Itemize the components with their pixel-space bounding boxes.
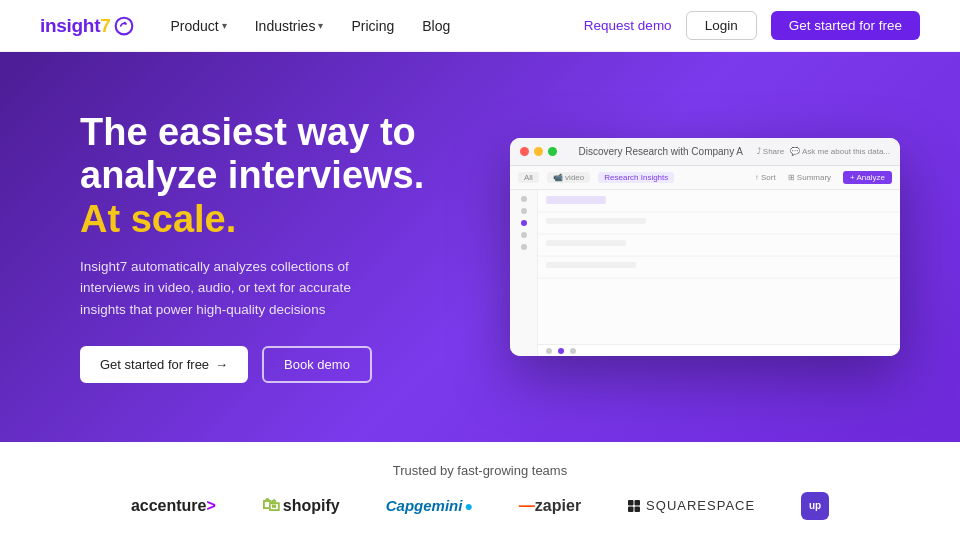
trusted-label: Trusted by fast-growing teams <box>393 463 567 478</box>
logo-uptoo: up <box>801 492 829 520</box>
filter-label: ↑ Sort <box>755 173 776 182</box>
ask-label: 💬 Ask me about this data... <box>790 147 890 156</box>
share-label: ⤴ Share <box>757 147 785 156</box>
chevron-down-icon: ▾ <box>318 20 323 31</box>
squarespace-icon <box>627 499 641 513</box>
hero-demo-button[interactable]: Book demo <box>262 346 372 383</box>
app-sidebar <box>510 190 538 356</box>
logo[interactable]: insight7 <box>40 15 134 37</box>
app-main-content <box>538 190 900 356</box>
app-mockup: Discovery Research with Company A ⤴ Shar… <box>510 138 900 356</box>
app-titlebar: Discovery Research with Company A ⤴ Shar… <box>510 138 900 166</box>
app-content-area <box>538 190 900 344</box>
app-body <box>510 190 900 356</box>
logo-capgemini: Capgemini ● <box>386 497 473 514</box>
toolbar-pill-all[interactable]: All <box>518 172 539 183</box>
sidebar-item[interactable] <box>521 208 527 214</box>
search-label: ⊞ Summary <box>788 173 831 182</box>
sidebar-item[interactable] <box>521 232 527 238</box>
svg-rect-12 <box>635 506 641 512</box>
trusted-logos: accenture> 🛍 shopify Capgemini ● — zapie… <box>131 492 829 520</box>
nav-industries[interactable]: Industries ▾ <box>255 18 324 34</box>
nav-pricing[interactable]: Pricing <box>351 18 394 34</box>
nav-cta-button[interactable]: Get started for free <box>771 11 920 40</box>
svg-rect-8 <box>546 262 636 268</box>
footer-indicator-active <box>558 348 564 354</box>
request-demo-link[interactable]: Request demo <box>584 18 672 33</box>
zapier-bar-icon: — <box>519 497 535 515</box>
shopify-icon: 🛍 <box>262 495 280 516</box>
nav-right: Request demo Login Get started for free <box>584 11 920 40</box>
capgemini-icon: ● <box>464 498 472 514</box>
window-minimize-dot <box>534 147 543 156</box>
navbar: insight7 Product ▾ Industries ▾ Pricing … <box>0 0 960 52</box>
app-footer <box>538 344 900 356</box>
hero-description: Insight7 automatically analyzes collecti… <box>80 256 390 321</box>
hero-content: The easiest way to analyze interviews. A… <box>80 111 500 384</box>
uptoo-icon: up <box>801 492 829 520</box>
window-maximize-dot <box>548 147 557 156</box>
footer-indicator <box>570 348 576 354</box>
svg-rect-9 <box>628 500 634 506</box>
login-button[interactable]: Login <box>686 11 757 40</box>
arrow-icon: → <box>215 357 228 372</box>
toolbar-pill-research[interactable]: Research Insights <box>598 172 674 183</box>
hero-cta-button[interactable]: Get started for free → <box>80 346 248 383</box>
logo-squarespace: squarespace <box>627 498 755 513</box>
app-window-title: Discovery Research with Company A <box>570 146 752 157</box>
logo-icon <box>114 16 134 36</box>
svg-point-0 <box>116 17 133 34</box>
analyze-button[interactable]: + Analyze <box>843 171 892 184</box>
chevron-down-icon: ▾ <box>222 20 227 31</box>
nav-product[interactable]: Product ▾ <box>170 18 226 34</box>
sidebar-item-active[interactable] <box>521 220 527 226</box>
logo-shopify: 🛍 shopify <box>262 495 340 516</box>
svg-rect-5 <box>546 196 606 204</box>
hero-title: The easiest way to analyze interviews. A… <box>80 111 480 242</box>
hero-illustration: Discovery Research with Company A ⤴ Shar… <box>500 138 900 356</box>
svg-rect-11 <box>628 506 634 512</box>
svg-rect-6 <box>546 218 646 224</box>
hero-buttons: Get started for free → Book demo <box>80 346 480 383</box>
svg-rect-7 <box>546 240 626 246</box>
nav-links: Product ▾ Industries ▾ Pricing Blog <box>170 18 583 34</box>
logo-text: insight7 <box>40 15 110 37</box>
sidebar-item[interactable] <box>521 244 527 250</box>
footer-indicator <box>546 348 552 354</box>
app-toolbar: All 📹 video Research Insights ↑ Sort ⊞ S… <box>510 166 900 190</box>
logo-accenture: accenture> <box>131 497 216 515</box>
sidebar-item[interactable] <box>521 196 527 202</box>
toolbar-pill-video[interactable]: 📹 video <box>547 172 590 183</box>
hero-section: The easiest way to analyze interviews. A… <box>0 52 960 442</box>
window-close-dot <box>520 147 529 156</box>
logo-zapier: — zapier <box>519 497 581 515</box>
trusted-section: Trusted by fast-growing teams accenture>… <box>0 442 960 540</box>
nav-blog[interactable]: Blog <box>422 18 450 34</box>
svg-rect-10 <box>635 500 641 506</box>
